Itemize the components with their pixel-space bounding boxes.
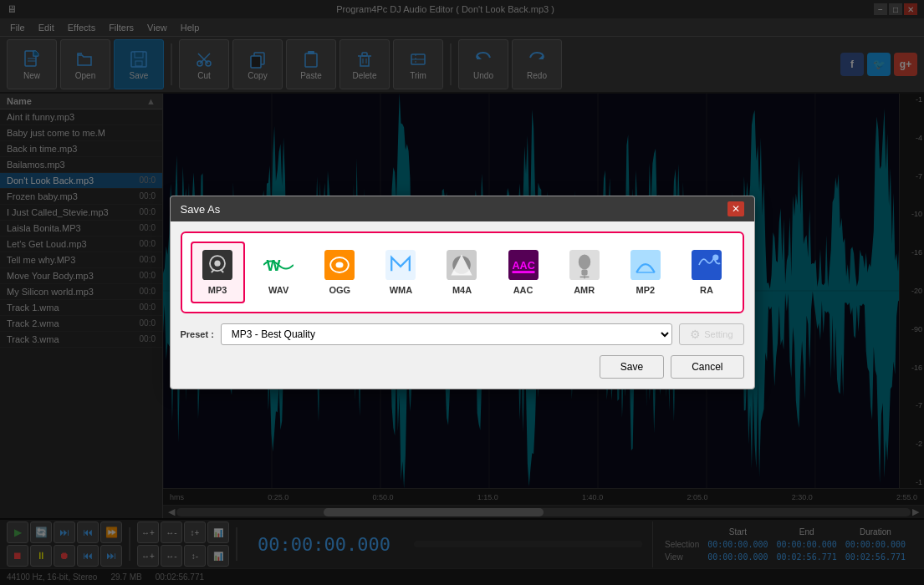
svg-point-38 xyxy=(214,261,220,267)
svg-point-43 xyxy=(336,262,344,267)
wav-format-icon: W xyxy=(263,250,294,282)
svg-rect-53 xyxy=(581,269,587,275)
ogg-format-icon xyxy=(324,250,355,282)
mp3-format-label: MP3 xyxy=(208,285,227,295)
dialog-title-bar: Save As ✕ xyxy=(171,196,754,221)
svg-rect-50 xyxy=(512,271,534,273)
save-as-dialog: Save As ✕ MP3 W WAV OGG WMA M4A AAC AAC … xyxy=(170,196,755,389)
cancel-button[interactable]: Cancel xyxy=(671,355,743,379)
m4a-format-icon xyxy=(447,250,477,282)
aac-format-label: AAC xyxy=(513,285,533,295)
format-button-wma[interactable]: WMA xyxy=(374,242,428,303)
amr-format-icon xyxy=(569,250,600,282)
m4a-format-label: M4A xyxy=(452,285,472,295)
svg-point-52 xyxy=(579,254,590,269)
setting-label: Setting xyxy=(704,329,733,339)
aac-format-icon: AAC xyxy=(508,250,539,282)
mp2-format-icon xyxy=(630,250,661,282)
svg-point-59 xyxy=(712,254,718,260)
save-button[interactable]: Save xyxy=(600,355,664,379)
format-button-mp3[interactable]: MP3 xyxy=(191,242,245,303)
format-button-ogg[interactable]: OGG xyxy=(313,242,367,303)
dialog-body: MP3 W WAV OGG WMA M4A AAC AAC AMR MP2 RA… xyxy=(171,221,754,389)
preset-label: Preset : xyxy=(181,329,214,339)
dialog-close-button[interactable]: ✕ xyxy=(727,201,744,216)
svg-rect-58 xyxy=(692,250,722,280)
ra-format-label: RA xyxy=(700,285,713,295)
mp3-format-icon xyxy=(202,250,232,282)
svg-text:AAC: AAC xyxy=(512,260,534,272)
dialog-title-text: Save As xyxy=(181,203,221,216)
wma-format-label: WMA xyxy=(390,285,413,295)
format-grid: MP3 W WAV OGG WMA M4A AAC AAC AMR MP2 RA xyxy=(181,231,744,313)
svg-rect-44 xyxy=(385,250,416,280)
format-button-mp2[interactable]: MP2 xyxy=(618,242,672,303)
format-button-aac[interactable]: AAC AAC xyxy=(496,242,550,303)
preset-row: Preset : MP3 - Best QualityMP3 - High Qu… xyxy=(181,323,744,345)
preset-select[interactable]: MP3 - Best QualityMP3 - High QualityMP3 … xyxy=(221,323,672,345)
ra-format-icon xyxy=(692,250,722,282)
format-button-ra[interactable]: RA xyxy=(679,242,733,303)
amr-format-label: AMR xyxy=(574,285,595,295)
gear-icon: ⚙ xyxy=(690,328,701,341)
wma-format-icon xyxy=(385,250,416,282)
dialog-buttons: Save Cancel xyxy=(181,355,744,379)
setting-button[interactable]: ⚙ Setting xyxy=(679,323,743,345)
wav-format-label: WAV xyxy=(268,285,288,295)
format-button-m4a[interactable]: M4A xyxy=(435,242,489,303)
ogg-format-label: OGG xyxy=(329,285,350,295)
format-button-wav[interactable]: W WAV xyxy=(252,242,306,303)
format-button-amr[interactable]: AMR xyxy=(557,242,611,303)
dialog-overlay: Save As ✕ MP3 W WAV OGG WMA M4A AAC AAC … xyxy=(0,0,924,585)
mp2-format-label: MP2 xyxy=(636,285,656,295)
